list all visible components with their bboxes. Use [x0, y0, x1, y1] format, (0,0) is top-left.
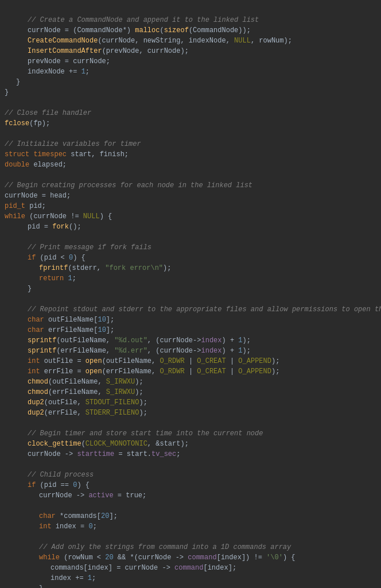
code-line: index += 1; — [0, 573, 381, 583]
code-line: dup2(errFile, STDERR_FILENO); — [0, 408, 381, 418]
code-line: fclose(fp); — [0, 118, 381, 129]
code-line: // Add only the strings from command int… — [0, 542, 381, 552]
code-line: } — [0, 583, 381, 588]
code-line — [0, 532, 381, 542]
code-line: currNode -> starttime = start.tv_sec; — [0, 449, 381, 459]
code-line — [0, 294, 381, 304]
code-line: indexNode += 1; — [0, 67, 381, 77]
code-line: commands[index] = currNode -> command[in… — [0, 563, 381, 573]
code-line: pid_t pid; — [0, 201, 381, 211]
code-line: fprintf(stderr, "fork error\n"); — [0, 263, 381, 273]
code-line: // Repoint stdout and stderr to the appr… — [0, 304, 381, 315]
code-line: // Child process — [0, 470, 381, 480]
code-line: InsertCommandAfter(prevNode, currNode); — [0, 46, 381, 56]
code-line: currNode -> active = true; — [0, 490, 381, 501]
code-line: clock_gettime(CLOCK_MONOTONIC, &start); — [0, 439, 381, 449]
code-line — [0, 98, 381, 108]
code-line: double elapsed; — [0, 160, 381, 170]
code-line: char outFileName[10]; — [0, 315, 381, 325]
code-line: sprintf(errFileName, "%d.err", (currNode… — [0, 346, 381, 356]
code-line: // Close file handler — [0, 108, 381, 118]
code-line: if (pid == 0) { — [0, 480, 381, 490]
code-line: chmod(outFileName, S_IRWXU); — [0, 377, 381, 387]
code-line: currNode = (CommandNode*) malloc(sizeof(… — [0, 25, 381, 36]
code-line: sprintf(outFileName, "%d.out", (currNode… — [0, 335, 381, 346]
code-line: } — [0, 284, 381, 294]
code-line: chmod(errFileName, S_IRWXU); — [0, 387, 381, 397]
code-line: return 1; — [0, 273, 381, 284]
code-line: while (currNode != NULL) { — [0, 211, 381, 222]
code-line: struct timespec start, finish; — [0, 149, 381, 160]
code-line — [0, 129, 381, 139]
code-line: CreateCommandNode(currNode, newString, i… — [0, 36, 381, 46]
code-line — [0, 459, 381, 470]
code-line: currNode = head; — [0, 191, 381, 201]
code-line: while (rowNum < 20 && *(currNode -> comm… — [0, 552, 381, 563]
code-line: // Print message if fork fails — [0, 242, 381, 253]
code-line: char errFileName[10]; — [0, 325, 381, 335]
code-line — [0, 501, 381, 511]
code-line: // Create a CommandNode and append it to… — [0, 15, 381, 25]
code-line: int index = 0; — [0, 521, 381, 532]
code-line — [0, 170, 381, 180]
code-line: // Begin creating processes for each nod… — [0, 180, 381, 191]
code-line — [0, 418, 381, 428]
code-line: int outFile = open(outFileName, O_RDWR |… — [0, 356, 381, 366]
code-line: char *commands[20]; — [0, 511, 381, 521]
code-line: prevNode = currNode; — [0, 56, 381, 67]
code-line: pid = fork(); — [0, 222, 381, 232]
code-container: // Create a CommandNode and append it to… — [0, 0, 381, 588]
code-line: dup2(outFile, STDOUT_FILENO); — [0, 397, 381, 408]
code-line — [0, 232, 381, 242]
code-line: // Initialize variables for timer — [0, 139, 381, 149]
code-line: } — [0, 77, 381, 87]
code-line: int errFile = open(errFileName, O_RDWR |… — [0, 366, 381, 377]
code-line: if (pid < 0) { — [0, 253, 381, 263]
code-line: } — [0, 87, 381, 98]
code-line: // Begin timer and store start time into… — [0, 428, 381, 439]
